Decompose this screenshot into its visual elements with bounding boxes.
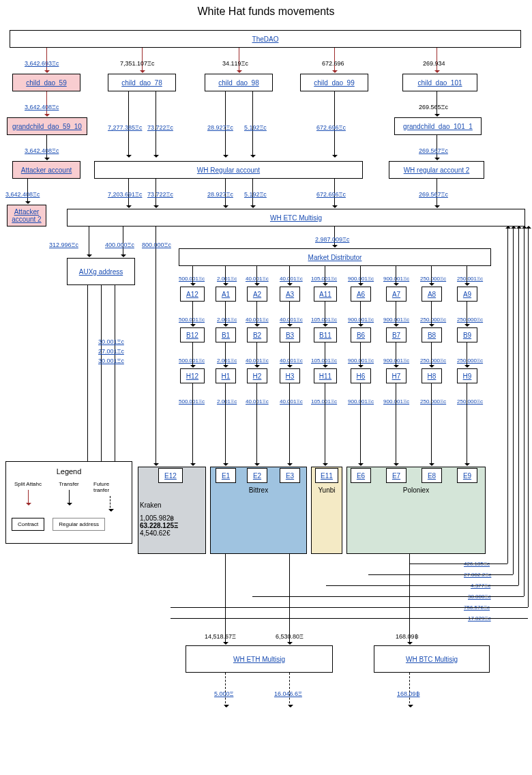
node-e12: E12 (158, 468, 183, 483)
kraken-btc: 1,005.982฿ (140, 514, 175, 522)
node-e1: E1 (216, 468, 236, 483)
arrow (289, 302, 290, 326)
node-h6: H6 (351, 368, 371, 383)
node-e7: E7 (386, 468, 407, 483)
arrow (256, 383, 257, 465)
amt: 672.696 (322, 60, 344, 67)
arrow (360, 302, 361, 326)
arrow (192, 383, 193, 465)
hline (409, 564, 507, 564)
node-a1: A1 (216, 287, 236, 302)
arrow (325, 266, 325, 285)
node-gc59: grandchild_dao_59_10 (7, 117, 87, 135)
thedao-link[interactable]: TheDAO (252, 35, 279, 43)
arrow (524, 226, 524, 596)
amt: 250.000Ξc (420, 398, 446, 405)
amt: 27.001Ξc (98, 348, 124, 355)
node-a11: A11 (314, 287, 337, 302)
arrow (513, 226, 514, 574)
node-wh-btc: WH BTC Multisig (374, 645, 490, 673)
legend-title: Legend (12, 467, 126, 476)
amt: 3,642.693Ξc (25, 60, 59, 67)
amt: 269.567Ξc (419, 191, 448, 198)
red-arrow-icon (28, 490, 29, 505)
node-h2: H2 (247, 368, 267, 383)
node-e2: E2 (247, 468, 267, 483)
arrow (256, 266, 257, 285)
amt: 672.696Ξc (316, 124, 346, 131)
node-e8: E8 (422, 468, 442, 483)
arrow (325, 383, 325, 465)
arrow (360, 383, 361, 465)
arrow (431, 302, 432, 326)
amt: 168.09฿ (396, 633, 419, 640)
arrow (225, 554, 226, 644)
node-attacker2: Attacker account 2 (7, 205, 46, 226)
amt: 900.001Ξc (348, 317, 374, 323)
arrow (225, 342, 226, 367)
node-cd59: child_dao_59 (12, 74, 80, 91)
amt: 269.565Ξc (419, 104, 448, 111)
amt: 5.192Ξc (244, 191, 267, 198)
amt: 40.001Ξc (280, 398, 303, 405)
amt: 3,642.408Ξc (25, 147, 59, 154)
amt: 14,518.67Ξ (205, 633, 236, 640)
node-whreg2: WH regular account 2 (389, 161, 484, 179)
amt: 900.001Ξc (383, 276, 409, 282)
amt: 250.000Ξc (420, 357, 446, 364)
node-b6: B6 (351, 327, 371, 342)
arrow (396, 266, 396, 285)
node-b12: B12 (180, 327, 205, 342)
amt: 40.001Ξc (280, 276, 303, 282)
amt: 40.001Ξc (280, 317, 303, 323)
arrow (396, 302, 396, 326)
node-a9: A9 (457, 287, 477, 302)
node-b2: B2 (247, 327, 267, 342)
node-b8: B8 (422, 327, 442, 342)
node-market: Market Distributor (179, 248, 491, 266)
arrow (360, 342, 361, 367)
arrow (325, 342, 325, 367)
arrow (396, 342, 396, 367)
amt: 2.001Ξc (217, 317, 237, 323)
arrow (289, 383, 290, 465)
arrow (225, 383, 226, 465)
arrow (507, 226, 508, 564)
arrow (467, 342, 467, 367)
arrow (431, 266, 432, 285)
amt: 312.996Ξc (49, 242, 78, 248)
arrow (225, 302, 226, 326)
node-h8: H8 (422, 368, 442, 383)
node-h3: H3 (280, 368, 300, 383)
node-b7: B7 (386, 327, 407, 342)
arrow (289, 266, 290, 285)
arrow (325, 302, 325, 326)
amt: 5.000Ξ (214, 690, 233, 697)
amt: 168.09฿ (397, 690, 420, 697)
node-cd98: child_dao_98 (205, 74, 273, 91)
page-title: White Hat funds movements (0, 0, 532, 23)
arrow (256, 342, 257, 367)
amt: 250.000Ξc (457, 357, 483, 364)
amt: 269.934 (423, 60, 445, 67)
kraken-label: Kraken (140, 501, 162, 509)
hline (171, 618, 528, 619)
arrow-future (409, 673, 410, 707)
arrow (467, 266, 467, 285)
node-cd78: child_dao_78 (108, 74, 176, 91)
dashed-arrow-icon (110, 496, 110, 511)
amt: 3,642.408Ξc (5, 191, 40, 198)
node-a7: A7 (386, 287, 407, 302)
node-cd101: child_dao_101 (402, 74, 477, 91)
amt: 2.001Ξc (217, 398, 237, 405)
amt: 3,642.408Ξc (25, 104, 59, 111)
amt: 900.001Ξc (348, 276, 374, 282)
node-e3: E3 (280, 468, 300, 483)
legend: Legend Split Attahc Transfer Future tran… (5, 461, 132, 544)
arrow (101, 285, 102, 465)
node-a12: A12 (180, 287, 205, 302)
hline (368, 574, 513, 575)
amt: 250.000Ξc (457, 398, 483, 405)
node-h1: H1 (216, 368, 236, 383)
legend-split: Split Attahc (14, 481, 42, 487)
